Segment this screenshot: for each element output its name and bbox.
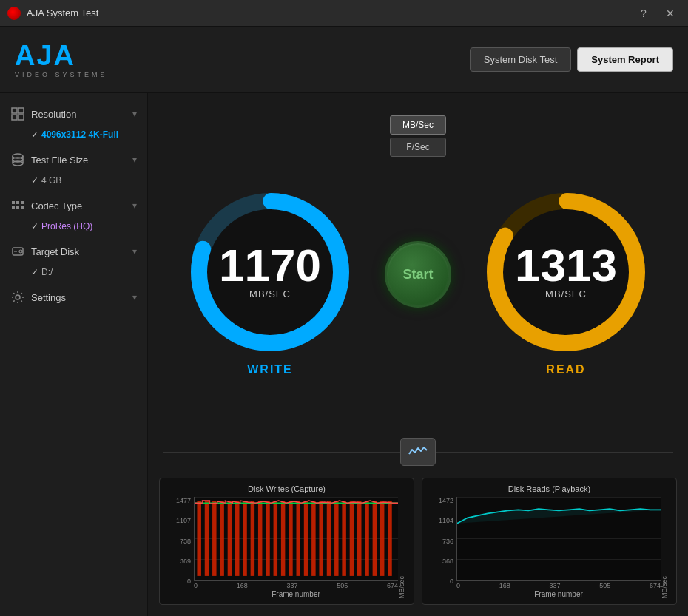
svg-rect-32 (266, 501, 270, 576)
main-container: Resolution ▾ ✓4096x3112 4K-Full Test Fil… (0, 93, 688, 616)
svg-rect-29 (243, 501, 247, 576)
app-title: AJA System Test (27, 7, 633, 18)
charts-area: Disk Writes (Capture) 1477 1107 738 369 … (148, 470, 688, 616)
svg-rect-44 (357, 501, 362, 576)
gauges-wrapper: 1170 MB/SEC WRITE Start (185, 187, 651, 376)
resolution-label: Resolution (31, 109, 127, 120)
read-chart-body: 1472 1104 736 368 0 (428, 497, 670, 598)
svg-rect-41 (334, 501, 339, 576)
write-y-label-4: 0 (187, 578, 191, 585)
codec-type-label: Codec Type (31, 200, 127, 211)
write-gauge-content: 1170 MB/SEC (219, 243, 321, 299)
svg-rect-27 (228, 501, 232, 576)
svg-rect-43 (350, 501, 354, 576)
svg-rect-30 (251, 501, 255, 576)
svg-rect-47 (380, 501, 385, 576)
write-chart-x-title: Frame number (194, 590, 398, 598)
write-y-label-1: 1107 (176, 517, 191, 524)
codec-type-chevron: ▾ (132, 200, 137, 211)
write-chart-body: 1477 1107 738 369 0 (166, 497, 408, 598)
start-button-wrapper: Start (385, 241, 451, 308)
target-disk-icon (10, 244, 25, 259)
read-y-label-0: 1472 (439, 497, 453, 504)
svg-rect-28 (235, 501, 240, 576)
svg-rect-36 (297, 501, 301, 576)
test-file-size-chevron: ▾ (132, 155, 137, 165)
content-area: MB/Sec F/Sec (148, 93, 688, 616)
svg-rect-46 (373, 501, 377, 576)
svg-rect-1 (18, 108, 24, 113)
read-gauge-content: 1313 MB/SEC (515, 243, 617, 299)
title-bar: AJA System Test ? ✕ (0, 0, 688, 27)
read-chart-panel: Disk Reads (Playback) 1472 1104 736 368 … (422, 478, 677, 605)
sidebar-item-target-disk[interactable]: Target Disk ▾ (0, 238, 147, 265)
svg-rect-34 (281, 501, 286, 576)
resolution-value: ✓4096x3112 4K-Full (0, 127, 147, 142)
read-chart-y-unit: MB/sec (661, 497, 670, 598)
sidebar-item-settings[interactable]: Settings ▾ (0, 284, 147, 311)
svg-rect-40 (327, 501, 331, 576)
codec-type-icon (10, 198, 25, 213)
settings-label: Settings (31, 292, 127, 303)
write-value: 1170 (219, 243, 321, 288)
test-file-size-value: ✓4 GB (0, 173, 147, 188)
target-disk-label: Target Disk (31, 246, 127, 257)
target-disk-chevron: ▾ (132, 246, 137, 257)
logo-text: AJA (15, 41, 470, 70)
write-gauge: 1170 MB/SEC (185, 187, 355, 357)
sidebar-item-codec-type[interactable]: Codec Type ▾ (0, 192, 147, 219)
svg-rect-25 (212, 501, 217, 576)
svg-rect-7 (12, 201, 15, 204)
svg-rect-39 (319, 501, 323, 576)
codec-type-value: ✓ProRes (HQ) (0, 219, 147, 234)
svg-rect-9 (21, 201, 24, 204)
read-y-label-1: 1104 (439, 517, 453, 524)
help-button[interactable]: ? (633, 3, 654, 24)
sidebar-item-resolution[interactable]: Resolution ▾ (0, 101, 147, 127)
svg-rect-38 (311, 501, 316, 576)
test-file-size-icon (10, 152, 25, 167)
resolution-chevron: ▾ (132, 109, 137, 119)
start-button[interactable]: Start (385, 241, 451, 308)
svg-rect-2 (12, 115, 17, 120)
svg-rect-24 (205, 501, 209, 576)
svg-rect-37 (304, 501, 308, 576)
close-button[interactable]: ✕ (660, 3, 681, 24)
write-y-label-3: 369 (180, 558, 191, 565)
read-chart-x-title: Frame number (456, 590, 661, 598)
sidebar-item-test-file-size[interactable]: Test File Size ▾ (0, 146, 147, 173)
read-gauge: 1313 MB/SEC (481, 187, 651, 357)
f-sec-button[interactable]: F/Sec (390, 138, 446, 157)
svg-rect-23 (197, 501, 201, 576)
chart-toggle-area (148, 433, 688, 470)
target-disk-value: ✓D:/ (0, 265, 147, 280)
read-y-label-3: 368 (442, 558, 453, 565)
svg-rect-0 (12, 108, 17, 113)
svg-rect-45 (365, 501, 369, 576)
system-disk-test-button[interactable]: System Disk Test (470, 47, 571, 72)
unit-buttons: MB/Sec F/Sec (390, 115, 446, 157)
read-y-label-4: 0 (450, 578, 453, 585)
test-file-size-label: Test File Size (31, 155, 127, 166)
svg-rect-8 (16, 201, 19, 204)
svg-rect-10 (12, 206, 15, 209)
write-y-label-0: 1477 (176, 497, 191, 504)
svg-rect-3 (18, 115, 24, 120)
read-value: 1313 (515, 243, 617, 288)
settings-icon (10, 290, 25, 305)
svg-rect-11 (16, 206, 19, 209)
write-chart-panel: Disk Writes (Capture) 1477 1107 738 369 … (159, 478, 414, 605)
mb-sec-button[interactable]: MB/Sec (390, 115, 446, 135)
window-controls: ? ✕ (633, 3, 681, 24)
chart-toggle-button[interactable] (400, 438, 436, 466)
svg-rect-35 (289, 501, 293, 576)
svg-rect-48 (388, 501, 392, 576)
resolution-icon (10, 106, 25, 121)
app-icon (7, 7, 21, 20)
sidebar: Resolution ▾ ✓4096x3112 4K-Full Test Fil… (0, 93, 148, 616)
svg-point-14 (19, 250, 22, 253)
system-report-button[interactable]: System Report (577, 47, 673, 72)
write-y-label-2: 738 (180, 538, 191, 545)
write-chart-title: Disk Writes (Capture) (166, 484, 408, 493)
write-label: WRITE (247, 363, 293, 376)
